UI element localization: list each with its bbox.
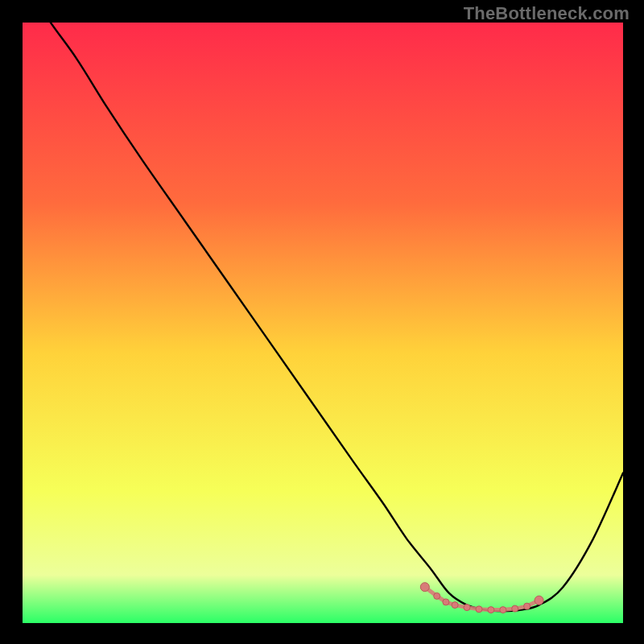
marker-point — [476, 606, 482, 613]
chart-svg — [23, 23, 623, 623]
marker-point — [512, 605, 518, 612]
marker-point — [488, 607, 494, 613]
marker-point — [452, 602, 458, 609]
marker-point — [535, 596, 543, 605]
marker-point — [434, 592, 440, 599]
marker-point — [500, 607, 506, 613]
marker-point — [420, 583, 429, 592]
chart-container: { "watermark": "TheBottleneck.com", "gra… — [0, 0, 644, 644]
marker-point — [524, 603, 530, 609]
gradient-background — [23, 23, 623, 623]
plot-area — [23, 23, 623, 623]
marker-point — [443, 599, 449, 605]
marker-point — [464, 605, 470, 611]
watermark-text: TheBottleneck.com — [464, 3, 630, 24]
